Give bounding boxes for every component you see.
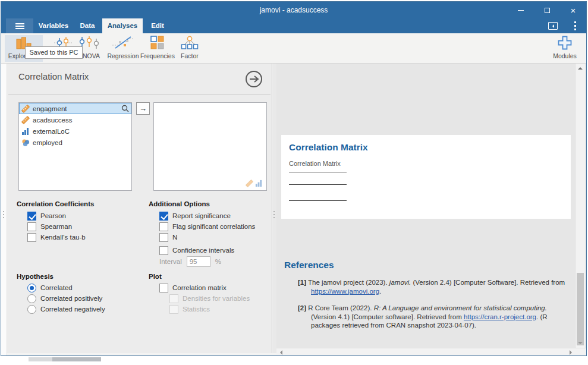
variable-row[interactable]: externalLoC	[19, 125, 131, 137]
hamburger-icon	[15, 23, 24, 24]
ribbon-frequencies-label: Frequencies	[140, 52, 175, 59]
bar-ordinal-icon	[255, 180, 263, 187]
checkbox-densities: Densities for variables	[169, 294, 250, 303]
source-variables-list[interactable]: engagment acadsuccess externalLoC	[18, 102, 132, 191]
divider	[8, 94, 271, 95]
modules-label: Modules	[553, 52, 577, 59]
close-button[interactable]: ×	[560, 2, 586, 18]
checkbox[interactable]	[27, 222, 36, 231]
checkbox[interactable]	[159, 222, 168, 231]
horizontal-scrollbar[interactable]	[276, 348, 586, 355]
ribbon-factor-button[interactable]: Factor	[175, 35, 205, 62]
checkbox[interactable]	[27, 212, 36, 221]
reference-item: [2] R Core Team (2022). R: A Language an…	[298, 304, 570, 330]
variable-row[interactable]: engagment	[19, 103, 131, 114]
checkbox[interactable]	[27, 233, 36, 242]
factor-icon	[181, 35, 199, 51]
section-correlation-coefficients: Correlation Coefficients	[17, 200, 94, 207]
ruler-icon	[21, 105, 30, 113]
spreadsheet-edge-strip[interactable]	[1, 64, 7, 355]
checkbox-n[interactable]: N	[159, 232, 177, 242]
window-title: jamovi - acadsuccess	[1, 6, 586, 14]
vertical-scrollbar[interactable]	[575, 64, 585, 348]
checkbox-report-significance[interactable]: Report significance	[159, 211, 231, 221]
ribbon-frequencies-button[interactable]: Frequencies	[138, 35, 177, 62]
radio-button[interactable]	[27, 294, 36, 303]
overflow-menu-button[interactable]	[572, 21, 578, 30]
checkbox-kendall[interactable]: Kendall's tau-b	[27, 232, 86, 242]
screen: jamovi - acadsuccess × Variables Data An…	[0, 0, 588, 365]
checkbox-correlation-matrix-plot[interactable]: Correlation matrix	[159, 283, 227, 292]
analysis-options-panel: Correlation Matrix engagment acads	[7, 64, 272, 353]
checkbox	[169, 294, 178, 303]
scroll-up-arrow-icon[interactable]	[578, 67, 583, 70]
move-variable-button[interactable]: →	[136, 102, 150, 115]
radio-button[interactable]	[27, 305, 36, 314]
allowed-types-hint	[246, 180, 263, 187]
variable-name: externalLoC	[33, 128, 70, 135]
table-rule	[289, 172, 347, 172]
maximize-button[interactable]	[534, 2, 560, 18]
reference-link[interactable]: https://cran.r-project.org	[464, 313, 536, 320]
tab-variables[interactable]: Variables	[34, 18, 73, 33]
checkbox[interactable]	[159, 233, 168, 242]
selected-variables-list[interactable]	[153, 102, 267, 191]
splitter-grip[interactable]	[273, 211, 275, 218]
title-bar: jamovi - acadsuccess ×	[1, 2, 586, 18]
checkbox-flag-significant[interactable]: Flag significant correlations	[159, 222, 255, 231]
variable-name: employed	[33, 139, 62, 146]
analysis-title: Correlation Matrix	[18, 71, 89, 81]
tab-bar: Variables Data Analyses Edit	[1, 18, 586, 33]
reference-link[interactable]: https://www.jamovi.org	[311, 288, 379, 295]
radio-correlated-negatively[interactable]: Correlated negatively	[27, 304, 105, 314]
bar-ordinal-icon	[21, 127, 30, 136]
checkbox-spearman[interactable]: Spearman	[27, 222, 72, 231]
toggle-results-panel-button[interactable]	[548, 22, 558, 30]
tab-analyses[interactable]: Analyses	[102, 18, 143, 33]
checkbox[interactable]	[159, 284, 168, 292]
hamburger-menu-button[interactable]	[6, 18, 33, 33]
minimize-button[interactable]	[508, 2, 534, 18]
plus-icon	[557, 35, 573, 51]
scroll-right-arrow-icon[interactable]	[570, 350, 572, 355]
variable-name: engagment	[33, 105, 67, 112]
ribbon-regression-button[interactable]: Regression	[106, 35, 140, 62]
checkbox-pearson[interactable]: Pearson	[27, 211, 66, 221]
taskbar-remnant	[52, 357, 101, 361]
interval-label: Interval	[159, 258, 182, 265]
jamovi-window: jamovi - acadsuccess × Variables Data An…	[1, 1, 587, 356]
checkbox[interactable]	[159, 212, 168, 221]
table-rule	[289, 200, 347, 201]
section-additional-options: Additional Options	[149, 200, 210, 207]
interval-unit: %	[215, 258, 221, 265]
ribbon-regression-label: Regression	[107, 52, 139, 59]
modules-button[interactable]: Modules	[548, 35, 581, 62]
ribbon-factor-label: Factor	[181, 52, 199, 59]
main-area: Correlation Matrix engagment acads	[1, 64, 586, 355]
references-heading: References	[284, 260, 334, 270]
variable-row[interactable]: employed	[19, 137, 131, 148]
scroll-left-arrow-icon[interactable]	[280, 350, 282, 355]
interval-input[interactable]	[187, 256, 210, 267]
reference-item: [1] The jamovi project (2023). jamovi. (…	[298, 278, 570, 295]
variable-name: acadsuccess	[33, 117, 72, 124]
left-splitter-grip[interactable]	[3, 211, 4, 218]
vertical-scrollbar-thumb[interactable]	[577, 273, 584, 345]
section-plot: Plot	[149, 273, 162, 280]
radio-button[interactable]	[27, 284, 36, 292]
checkbox-confidence-intervals[interactable]: Confidence intervals	[159, 246, 234, 255]
radio-correlated[interactable]: Correlated	[27, 283, 73, 292]
search-icon[interactable]	[121, 105, 129, 112]
ribbon: Exploration T-Tests ANOVA Regression	[1, 33, 586, 64]
checkbox[interactable]	[159, 246, 168, 255]
taskbar-remnant	[29, 357, 52, 361]
collapse-analysis-button[interactable]	[245, 70, 263, 88]
scroll-down-arrow-icon[interactable]	[578, 342, 583, 344]
results-panel: Correlation Matrix Correlation Matrix Re…	[276, 64, 586, 355]
checkbox	[169, 305, 178, 314]
tab-data[interactable]: Data	[73, 18, 102, 33]
radio-correlated-positively[interactable]: Correlated positively	[27, 294, 102, 303]
tab-edit[interactable]: Edit	[143, 18, 172, 33]
checkbox-statistics: Statistics	[169, 304, 210, 314]
variable-row[interactable]: acadsuccess	[19, 114, 131, 125]
